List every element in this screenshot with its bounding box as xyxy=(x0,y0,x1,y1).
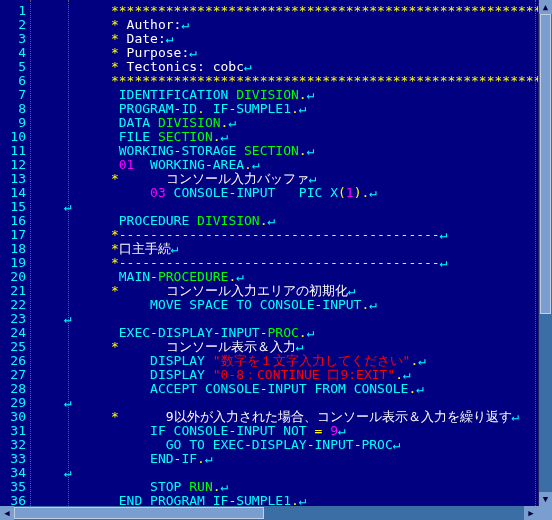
code-token: INPUT xyxy=(236,423,275,438)
eol-mark: ↵ xyxy=(309,171,317,186)
scroll-right-arrow[interactable]: ▶ xyxy=(524,506,538,520)
code-line[interactable]: PROCEDURE DIVISION.↵ xyxy=(64,214,552,228)
code-token: SECTION xyxy=(244,143,299,158)
eol-mark: ↵ xyxy=(166,31,174,46)
code-line[interactable]: ↵ xyxy=(64,466,552,480)
eol-mark: ↵ xyxy=(512,409,520,424)
code-editor[interactable]: ****************************************… xyxy=(30,0,552,520)
code-line[interactable]: MAIN-PROCEDURE.↵ xyxy=(64,270,552,284)
code-token: . xyxy=(244,157,252,172)
code-line[interactable]: * 9以外が入力された場合、コンソール表示＆入力を繰り返す↵ xyxy=(64,410,552,424)
code-token: * xyxy=(64,45,119,60)
code-token: Author: xyxy=(119,17,182,32)
eol-mark: ↵ xyxy=(418,353,426,368)
code-token: コンソール表示＆入力 xyxy=(119,339,296,354)
code-token xyxy=(134,157,150,172)
code-token xyxy=(64,437,166,452)
eol-mark: ↵ xyxy=(268,213,276,228)
code-line[interactable]: END-IF.↵ xyxy=(64,452,552,466)
eol-mark: ↵ xyxy=(348,283,356,298)
code-token: . xyxy=(395,367,403,382)
code-line[interactable]: *口主手続↵ xyxy=(64,242,552,256)
code-line[interactable]: DATA DIVISION.↵ xyxy=(64,116,552,130)
code-line[interactable]: IF CONSOLE-INPUT NOT = 9↵ xyxy=(64,424,552,438)
code-token: SECTION xyxy=(158,129,213,144)
code-token: DISPLAY xyxy=(252,437,307,452)
code-token: TO xyxy=(236,297,252,312)
code-line[interactable]: EXEC-DISPLAY-INPUT-PROC.↵ xyxy=(64,326,552,340)
code-line[interactable]: DISPLAY "0-8：CONTINUE 口9:EXIT".↵ xyxy=(64,368,552,382)
code-line[interactable]: IDENTIFICATION DIVISION.↵ xyxy=(64,88,552,102)
code-token xyxy=(64,325,119,340)
horizontal-scrollbar[interactable]: ◀ ▶ xyxy=(0,506,538,520)
line-number: 12 xyxy=(0,158,26,172)
code-line[interactable]: *---------------------------------------… xyxy=(64,228,552,242)
horizontal-scroll-thumb[interactable] xyxy=(14,507,264,519)
code-line[interactable]: * コンソール入力エリアの初期化↵ xyxy=(64,284,552,298)
code-token: . xyxy=(197,451,205,466)
code-token: IF xyxy=(181,451,197,466)
code-line[interactable]: ACCEPT CONSOLE-INPUT FROM CONSOLE.↵ xyxy=(64,382,552,396)
code-line[interactable]: DISPLAY "数字を１文字入力してください".↵ xyxy=(64,354,552,368)
code-line[interactable]: 03 CONSOLE-INPUT PIC X(1).↵ xyxy=(64,186,552,200)
eol-mark: ↵ xyxy=(64,311,72,326)
eol-mark: ↵ xyxy=(236,269,244,284)
code-line[interactable]: STOP RUN.↵ xyxy=(64,480,552,494)
scroll-left-arrow[interactable]: ◀ xyxy=(0,506,14,520)
vertical-scroll-thumb[interactable] xyxy=(540,14,551,314)
code-line[interactable]: GO TO EXEC-DISPLAY-INPUT-PROC↵ xyxy=(64,438,552,452)
code-line[interactable]: MOVE SPACE TO CONSOLE-INPUT.↵ xyxy=(64,298,552,312)
code-line[interactable]: * コンソール入力バッファ↵ xyxy=(64,172,552,186)
code-line[interactable]: *---------------------------------------… xyxy=(64,256,552,270)
code-line[interactable]: * Date:↵ xyxy=(64,32,552,46)
code-line[interactable]: 01 WORKING-AREA.↵ xyxy=(64,158,552,172)
code-token xyxy=(236,143,244,158)
code-line[interactable]: * Tectonics: cobc↵ xyxy=(64,60,552,74)
line-number: 11 xyxy=(0,144,26,158)
code-token xyxy=(275,423,283,438)
code-token xyxy=(205,353,213,368)
code-token: ). xyxy=(354,185,370,200)
eol-mark: ↵ xyxy=(416,381,424,396)
line-number: 3 xyxy=(0,32,26,46)
code-token xyxy=(197,381,205,396)
code-token: STOP xyxy=(150,479,181,494)
code-line[interactable]: * Author:↵ xyxy=(64,18,552,32)
vertical-scrollbar[interactable]: ▲ ▼ xyxy=(538,0,552,506)
code-line[interactable]: WORKING-STORAGE SECTION.↵ xyxy=(64,144,552,158)
code-token: . xyxy=(213,129,221,144)
code-line[interactable]: ****************************************… xyxy=(64,4,552,18)
code-line[interactable]: ↵ xyxy=(64,396,552,410)
code-token: RUN xyxy=(189,479,212,494)
line-number: 22 xyxy=(0,298,26,312)
code-token: INPUT xyxy=(236,185,275,200)
code-line[interactable]: ↵ xyxy=(64,312,552,326)
code-token: ****************************************… xyxy=(119,73,552,88)
code-token: FROM xyxy=(314,381,345,396)
code-line[interactable]: PROGRAM-ID. IF-SUMPLE1.↵ xyxy=(64,102,552,116)
code-token: CONSOLE xyxy=(205,381,260,396)
code-token: ----------------------------------------… xyxy=(119,255,440,270)
code-line[interactable]: * Purpose:↵ xyxy=(64,46,552,60)
scroll-up-arrow[interactable]: ▲ xyxy=(539,0,552,14)
code-token: 口主手続 xyxy=(119,241,171,256)
eol-mark: ↵ xyxy=(307,325,315,340)
code-line[interactable]: FILE SECTION.↵ xyxy=(64,130,552,144)
code-token: "0-8：CONTINUE 口 xyxy=(213,367,341,382)
scroll-down-arrow[interactable]: ▼ xyxy=(539,492,552,506)
line-number: 1 xyxy=(0,4,26,18)
code-line[interactable]: ****************************************… xyxy=(64,74,552,88)
line-number: 33 xyxy=(0,452,26,466)
code-token xyxy=(64,451,150,466)
code-token: . xyxy=(260,213,268,228)
code-token: IDENTIFICATION xyxy=(119,87,229,102)
code-line[interactable]: ↵ xyxy=(64,200,552,214)
code-token xyxy=(150,129,158,144)
code-token: FILE xyxy=(119,129,150,144)
line-number: 2 xyxy=(0,18,26,32)
code-token: ----------------------------------------… xyxy=(119,227,440,242)
code-line[interactable]: * コンソール表示＆入力↵ xyxy=(64,340,552,354)
code-token: PROC xyxy=(268,325,299,340)
code-token: . xyxy=(299,87,307,102)
code-token: - xyxy=(150,325,158,340)
